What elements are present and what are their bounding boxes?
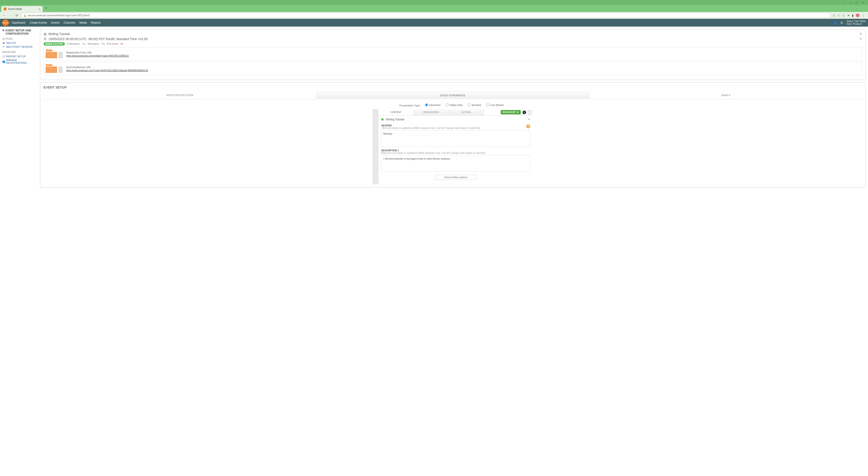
help-icon[interactable]: ? xyxy=(526,124,530,128)
back-button[interactable]: ← xyxy=(2,13,6,17)
heading-input[interactable] xyxy=(381,130,530,147)
confirmation-value: Yes xyxy=(82,43,86,45)
edit-title-icon[interactable]: ✎ xyxy=(860,32,862,35)
new-tab-button[interactable]: + xyxy=(45,6,47,10)
calendar-icon: 🗓 xyxy=(43,37,47,41)
show-further-options-button[interactable]: Show further options xyxy=(435,175,477,180)
panel-icon[interactable]: ▮ xyxy=(852,14,854,17)
nav-events[interactable]: Events xyxy=(51,21,60,24)
radio-simulive[interactable]: Simulive xyxy=(468,103,481,106)
manage-registrations-link[interactable]: 👥MANAGE REGISTRATIONS xyxy=(2,58,37,65)
tab-favicon xyxy=(4,7,6,10)
edit-session-icon[interactable]: ✎ xyxy=(528,118,530,121)
reload-button[interactable]: ⟳ xyxy=(15,13,19,17)
postevent-value: No xyxy=(120,43,123,45)
app-top-nav: WorkCast Dashboard Create Events Events … xyxy=(0,19,868,27)
extension-icon-1[interactable]: ◎ xyxy=(842,14,845,17)
reminders-value: Yes xyxy=(101,43,105,45)
reminders-label: Reminders: xyxy=(88,43,99,45)
document-icon: ▤ xyxy=(43,32,46,36)
left-sidebar: ✎EVENT SETUP AND CONFIGURATION ACTIONS 🗑… xyxy=(0,27,39,476)
confirmation-label: Confirmation: xyxy=(67,43,80,45)
tab-close-icon[interactable]: × xyxy=(38,7,40,11)
user-name: Name: Tyler Webb xyxy=(847,20,866,23)
check-icon: ✔ xyxy=(2,45,5,48)
url-bar[interactable]: 🔒 secure.workcast.com/eventDetail.aspx?c… xyxy=(21,13,831,18)
session-name: Writing Tutorial xyxy=(386,118,404,121)
tab-registration-form[interactable]: REGISTRATION FORM xyxy=(43,92,316,99)
sidebar-title: ✎EVENT SETUP AND CONFIGURATION xyxy=(2,29,37,35)
event-setup-card: EVENT SETUP REGISTRATION FORM EVENT EXPE… xyxy=(40,82,866,188)
run-event-button[interactable]: RUN EVENT⚙ xyxy=(501,110,521,115)
status-dot-icon xyxy=(381,118,383,121)
auditorium-url-block: Event Auditorium URL https://www.workcas… xyxy=(43,62,862,75)
edit-datetime-icon[interactable]: ✎ xyxy=(860,37,862,40)
users-icon: 👥 xyxy=(2,60,5,63)
browser-toolbar: ← → ⟳ 🔒 secure.workcast.com/eventDetail.… xyxy=(0,12,868,19)
subtab-presenters[interactable]: PRESENTERS xyxy=(413,109,449,115)
subtab-extras[interactable]: EXTRAS xyxy=(449,109,484,115)
postevent-label: Post Event: xyxy=(107,43,119,45)
url-text: secure.workcast.com/eventDetail.aspx?cid… xyxy=(28,14,90,17)
extensions-icon[interactable]: ✦ xyxy=(847,14,850,17)
user-icon[interactable]: 👤 xyxy=(833,21,837,25)
browser-tab[interactable]: Event Detail × xyxy=(1,6,43,12)
registration-thumbnail[interactable] xyxy=(45,49,63,59)
report-setup-link[interactable]: 📈REPORT SETUP xyxy=(2,54,37,58)
window-minimize-icon[interactable]: — xyxy=(847,0,853,5)
share-icon[interactable]: ⇪ xyxy=(833,14,835,17)
profile-avatar-icon[interactable] xyxy=(856,13,860,17)
trash-icon: 🗑 xyxy=(2,41,5,44)
window-close-icon[interactable]: ✕ xyxy=(860,0,866,5)
nav-channels[interactable]: Channels xyxy=(63,21,75,24)
description-label: DESCRIPTION 1 xyxy=(381,149,530,152)
auditorium-thumbnail[interactable] xyxy=(45,64,63,74)
registration-url-link[interactable]: https://www.workcast.com/register?cpak=2… xyxy=(66,55,129,57)
content-side-strip xyxy=(373,109,378,184)
window-maximize-icon[interactable]: ☐ xyxy=(853,0,860,5)
presentation-type-label: Presentation Type xyxy=(399,104,420,107)
radio-live-stream[interactable]: Live Stream xyxy=(487,103,504,106)
registration-url-block: Registration Form URL https://www.workca… xyxy=(43,47,862,61)
tab-event-experience[interactable]: EVENT EXPERIENCE xyxy=(316,92,589,99)
heading-label: HEADING xyxy=(381,124,530,127)
add-event-session-link[interactable]: ✔ADD EVENT SESSION xyxy=(2,45,37,49)
nav-media[interactable]: Media xyxy=(79,21,87,24)
actions-label: ACTIONS xyxy=(2,38,37,40)
auditorium-url-link[interactable]: https://www.workcast.com/?cpak=254373511… xyxy=(66,69,148,72)
lock-icon: 🔒 xyxy=(24,14,26,17)
info-icon[interactable]: i xyxy=(523,110,526,114)
tab-title: Event Detail xyxy=(8,7,22,10)
delete-link[interactable]: 🗑DELETE xyxy=(2,41,37,45)
browser-menu-icon[interactable]: ⋮ xyxy=(862,14,865,17)
gear-icon: ⚙ xyxy=(517,111,519,114)
nav-reports[interactable]: Reports xyxy=(91,21,101,24)
copy-icon[interactable] xyxy=(528,110,531,114)
tab-emails[interactable]: EMAILS xyxy=(589,92,862,99)
reporting-label: REPORTING xyxy=(2,51,37,54)
user-role: Role: Producer xyxy=(847,23,866,26)
window-more-icon[interactable]: ⌄ xyxy=(840,0,847,5)
browser-tab-bar: Event Detail × + xyxy=(0,5,868,12)
emails-active-badge: EMAILS ACTIVE xyxy=(43,42,65,45)
presentation-type-row: Presentation Type Interactive Slides Onl… xyxy=(43,99,862,109)
logo[interactable]: WorkCast xyxy=(2,20,9,26)
window-title-bar: ⌄ — ☐ ✕ xyxy=(0,0,868,5)
description-hint: Body text to be shown in auditorium (400… xyxy=(381,152,530,154)
star-icon[interactable]: ☆ xyxy=(837,14,840,17)
forward-button[interactable]: → xyxy=(8,13,13,17)
settings-icon[interactable]: ⚙ xyxy=(840,21,843,25)
event-setup-title: EVENT SETUP xyxy=(43,86,862,89)
event-datetime: 23/05/2022 00:00:00 (UTC -08:00) PST Pac… xyxy=(49,37,148,41)
subtab-content[interactable]: CONTENT xyxy=(378,109,413,115)
nav-dashboard[interactable]: Dashboard xyxy=(12,21,26,24)
radio-slides-only[interactable]: Slides Only xyxy=(446,103,463,106)
description-input[interactable] xyxy=(381,155,530,172)
event-title: Writing Tutorial xyxy=(49,32,70,36)
radio-interactive[interactable]: Interactive xyxy=(425,103,441,106)
heading-hint: Title to be shown in auditorium (4000 ch… xyxy=(381,127,530,129)
edit-icon: ✎ xyxy=(2,29,5,32)
event-header-card: ▤ Writing Tutorial ✎ 🗓 23/05/2022 00:00:… xyxy=(40,29,866,80)
nav-create-events[interactable]: Create Events xyxy=(30,21,47,24)
user-info: Name: Tyler Webb Role: Producer xyxy=(847,20,866,26)
